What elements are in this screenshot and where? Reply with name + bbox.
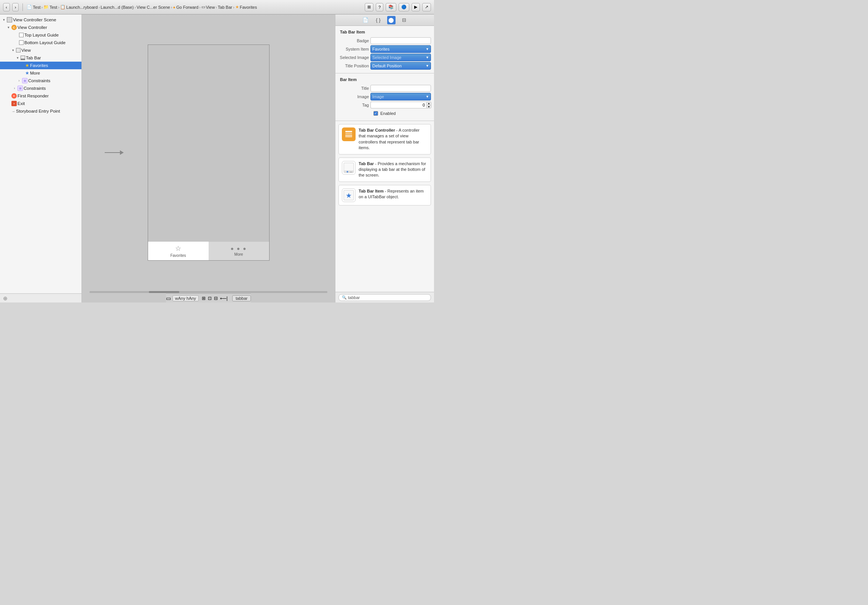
selected-image-label: Selected Image <box>338 55 369 60</box>
canvas-inner: ☆ Favorites ● ● ● More <box>82 14 335 290</box>
constraints-tabbar-icon: ⊞ <box>22 78 27 83</box>
enabled-label: Enabled <box>380 111 396 116</box>
zoom-fit-icon[interactable]: ⊞ <box>202 296 206 301</box>
nav-item-top-layout[interactable]: Top Layout Guide <box>0 31 81 39</box>
canvas-scrollbar[interactable] <box>82 290 335 293</box>
tag-up-btn[interactable]: ▲ <box>427 102 431 105</box>
vc-disclosure[interactable]: ▾ <box>6 25 11 30</box>
library-btn[interactable]: 📚 <box>386 3 396 11</box>
view-disclosure[interactable]: ▾ <box>11 48 15 53</box>
nav-item-favorites[interactable]: ★ Favorites <box>0 62 81 69</box>
tag-down-btn[interactable]: ▼ <box>427 105 431 108</box>
back-button[interactable]: ‹ <box>3 3 10 11</box>
device-content <box>148 45 269 241</box>
tabbar-label: Tab Bar <box>26 56 41 60</box>
favorites-label: Favorites <box>30 63 48 68</box>
nav-item-view[interactable]: ▾ View <box>0 46 81 54</box>
view-nav-icon <box>16 48 21 53</box>
nav-item-more[interactable]: ★ More <box>0 69 81 77</box>
bar-tag-row: Tag ▲ ▼ <box>335 101 434 109</box>
nav-item-bottom-layout[interactable]: Bottom Layout Guide <box>0 39 81 46</box>
favorites-tab-label: Favorites <box>170 253 186 258</box>
selected-image-select[interactable]: Selected Image ▼ <box>370 54 431 61</box>
share-btn[interactable]: ↗ <box>422 3 431 11</box>
svg-rect-1 <box>345 131 352 132</box>
breadcrumb-view-controller[interactable]: ● Go Forward <box>173 5 198 10</box>
breadcrumb-vc-scene[interactable]: View C...er Scene <box>137 5 170 10</box>
top-layout-icon <box>19 33 24 37</box>
canvas-area: ☆ Favorites ● ● ● More ▭ wAny hAny <box>82 14 335 302</box>
run-btn[interactable]: ▶ <box>412 3 420 11</box>
breadcrumb-test-doc[interactable]: 📄 Test <box>27 5 40 10</box>
nav-item-constraints-view[interactable]: › ⊞ Constraints <box>0 84 81 92</box>
entry-point-label: Storyboard Entry Point <box>16 109 60 113</box>
help-btn[interactable]: ? <box>376 3 383 11</box>
tabbar-search-label[interactable]: tabbar <box>232 295 251 301</box>
breadcrumb-test-folder[interactable]: 📁 Test <box>43 5 57 10</box>
nav-item-exit[interactable]: × Exit <box>0 100 81 107</box>
arrow-head <box>120 150 124 155</box>
breadcrumb-launchryboard[interactable]: 📋 Launch...ryboard <box>60 5 98 10</box>
toolbar-separator <box>22 3 23 11</box>
inspector-circle-btn[interactable]: ⬤ <box>387 16 396 24</box>
nav-bottom-bar: ⊕ <box>0 293 81 302</box>
breadcrumb: 📄 Test › 📁 Test › 📋 Launch...ryboard › L… <box>27 5 362 10</box>
constraints-view-disclosure[interactable]: › <box>12 86 17 91</box>
breadcrumb-view[interactable]: ▭ View <box>201 5 215 10</box>
bar-title-label: Title <box>338 86 369 91</box>
breadcrumb-favorites[interactable]: ★ Favorites <box>235 5 257 10</box>
tabbar-disclosure[interactable]: ▾ <box>15 56 20 60</box>
inspector-bottom-toolbar: 🔍 tabbar <box>335 292 434 302</box>
main-toolbar: ‹ › 📄 Test › 📁 Test › 📋 Launch...ryboard… <box>0 0 434 14</box>
desc-card-tabcontroller: ... Tab Bar Controller - A controller th… <box>338 124 431 154</box>
svg-text:...: ... <box>348 135 350 138</box>
system-item-row: System Item Favorites ▼ <box>335 45 434 53</box>
nav-add-icon[interactable]: ⊕ <box>3 295 8 301</box>
system-item-select[interactable]: Favorites ▼ <box>370 45 431 53</box>
inspector-table-btn[interactable]: ⊟ <box>400 16 408 24</box>
device-frame[interactable]: ☆ Favorites ● ● ● More <box>148 45 270 261</box>
badge-input[interactable] <box>370 37 431 44</box>
enabled-checkbox[interactable]: ✓ <box>373 111 378 116</box>
system-item-value: Favorites <box>372 47 389 51</box>
zoom-out-icon[interactable]: ⊟ <box>214 296 218 301</box>
nav-item-vc[interactable]: ▾ C View Controller <box>0 24 81 31</box>
align-left-icon[interactable]: ⟵| <box>220 296 228 301</box>
tab-bar-item-title: Tab Bar Item <box>335 29 434 37</box>
title-position-select[interactable]: Default Position ▼ <box>370 62 431 70</box>
panel-toggle-btn[interactable]: ▭ <box>166 295 171 301</box>
breadcrumb-tab-bar[interactable]: Tab Bar <box>218 5 232 10</box>
badge-row: Badge <box>335 37 434 45</box>
tab-item-more[interactable]: ● ● ● More <box>209 242 269 260</box>
constraints-tabbar-disclosure[interactable]: › <box>17 78 21 83</box>
nav-item-first-responder[interactable]: R First Responder <box>0 92 81 100</box>
search-field[interactable]: 🔍 tabbar <box>338 294 431 301</box>
vc-label: View Controller <box>18 25 47 30</box>
attributes-btn[interactable]: 🔵 <box>399 3 409 11</box>
zoom-in-icon[interactable]: ⊡ <box>208 296 212 301</box>
tag-input[interactable] <box>370 102 426 108</box>
system-item-label: System Item <box>338 47 369 51</box>
nav-item-tabbar[interactable]: ▾ Tab Bar <box>0 54 81 62</box>
nav-scene-header[interactable]: ▾ View Controller Scene <box>0 16 81 24</box>
bar-image-label: Image <box>338 94 369 99</box>
breadcrumb-launch-base[interactable]: Launch...d (Base) <box>101 5 134 10</box>
bar-image-select[interactable]: Image ▼ <box>370 93 431 100</box>
selected-image-arrow: ▼ <box>426 56 429 59</box>
svg-text:•••: ••• <box>350 171 352 173</box>
vc-nav-icon: C <box>11 25 17 30</box>
inspector-btn[interactable]: ⊞ <box>365 3 373 11</box>
nav-item-entry-point[interactable]: → Storyboard Entry Point <box>0 107 81 115</box>
tab-item-favorites[interactable]: ☆ Favorites <box>148 242 209 260</box>
doc-icon: 📄 <box>27 5 32 10</box>
storyboard-arrow <box>105 150 124 155</box>
inspector-braces-btn[interactable]: { } <box>374 16 383 24</box>
bar-title-input[interactable] <box>370 85 431 92</box>
scene-icon <box>7 17 12 22</box>
scene-disclosure[interactable]: ▾ <box>2 18 6 22</box>
constraints-view-icon: ⊞ <box>18 86 23 91</box>
forward-button[interactable]: › <box>12 3 19 11</box>
nav-item-constraints-tabbar[interactable]: › ⊞ Constraints <box>0 77 81 84</box>
inspector-file-btn[interactable]: 📄 <box>361 16 370 24</box>
navigator-panel: ▾ View Controller Scene ▾ C View Control… <box>0 14 82 302</box>
